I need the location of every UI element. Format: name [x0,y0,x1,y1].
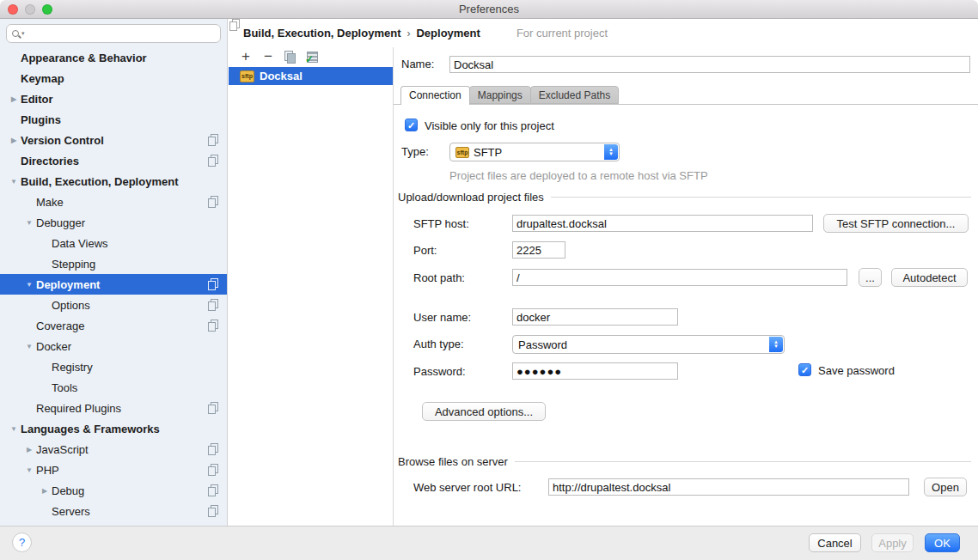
sidebar-item-label: Servers [52,505,90,518]
sidebar-item-label: Required Plugins [36,402,121,415]
sidebar-item-label: Stepping [52,258,95,271]
tab-mappings[interactable]: Mappings [469,86,531,104]
sidebar-item-build-execution-deployment[interactable]: ▼Build, Execution, Deployment [0,171,227,192]
chevron-down-icon[interactable]: ▼ [22,281,36,289]
browse-section-header: Browse files on server [398,455,971,468]
sidebar-item-make[interactable]: Make [0,192,227,212]
server-list-panel: + − sftp Docksal [229,47,393,526]
sidebar-item-label: Plugins [21,113,61,126]
autodetect-button[interactable]: Autodetect [891,268,968,287]
sidebar-item-label: Debug [52,484,84,497]
type-hint: Project files are deployed to a remote h… [449,169,708,182]
chevron-right-icon[interactable]: ▶ [38,487,52,495]
chevron-right-icon[interactable]: ▶ [7,137,21,144]
chevron-down-icon[interactable]: ▼ [7,178,21,186]
use-as-default-server-icon[interactable] [307,52,318,63]
sidebar-item-directories[interactable]: Directories [0,150,227,171]
cancel-button[interactable]: Cancel [809,533,861,552]
web-root-label: Web server root URL: [413,479,521,496]
sidebar-item-languages-frameworks[interactable]: ▼Languages & Frameworks [0,418,227,439]
browse-section-label: Browse files on server [398,455,508,468]
breadcrumb-current: Deployment [416,27,480,40]
chevron-down-icon[interactable]: ▼ [22,219,36,227]
chevron-right-icon[interactable]: ▶ [22,446,36,453]
copy-server-icon[interactable] [284,51,296,64]
upload-section-header: Upload/download project files [398,191,971,204]
chevron-right-icon[interactable]: ▶ [7,95,21,103]
sidebar-item-deployment[interactable]: ▼Deployment [0,274,227,295]
sidebar-item-label: Coverage [36,320,84,332]
password-input[interactable] [512,362,678,380]
close-button[interactable] [8,4,18,15]
name-input[interactable] [449,56,970,73]
web-root-input[interactable] [548,478,909,496]
server-list-item-docksal[interactable]: sftp Docksal [229,67,393,85]
sidebar-item-version-control[interactable]: ▶Version Control [0,130,227,150]
chevron-down-icon[interactable]: ▼ [22,343,36,350]
footer-bar: ? Cancel Apply OK [0,526,978,560]
apply-button[interactable]: Apply [871,533,914,552]
sidebar-item-docker[interactable]: ▼Docker [0,336,227,356]
root-path-input[interactable] [512,269,847,286]
sidebar-item-options[interactable]: Options [0,295,227,315]
sidebar-item-label: Options [52,299,90,312]
sidebar-item-tools[interactable]: Tools [0,377,227,398]
sidebar-item-editor[interactable]: ▶Editor [0,88,227,109]
sidebar-item-label: Build, Execution, Deployment [21,175,178,188]
ok-button[interactable]: OK [925,533,960,552]
select-stepper-icon: ▲▼ [769,337,783,352]
zoom-button[interactable] [42,4,52,15]
save-password-checkbox[interactable]: ✓ [798,363,811,376]
tab-connection[interactable]: Connection [400,86,470,105]
sidebar-item-label: Directories [21,155,79,167]
test-sftp-connection-button[interactable]: Test SFTP connection... [823,214,969,233]
sidebar-item-label: Docker [36,340,71,353]
breadcrumb-separator-icon: › [406,27,410,40]
search-field[interactable]: ▾ [6,24,221,43]
sidebar-item-debugger[interactable]: ▼Debugger [0,212,227,233]
tab-excluded-paths[interactable]: Excluded Paths [530,86,619,104]
sidebar-item-label: Data Views [52,237,108,250]
help-button[interactable]: ? [12,533,32,552]
port-input[interactable] [512,241,565,259]
project-level-icon [207,320,218,331]
content-area: Build, Execution, Deployment › Deploymen… [229,19,978,526]
auth-type-select[interactable]: Password ▲▼ [512,335,785,354]
search-input[interactable] [25,26,220,41]
project-level-icon [207,505,218,516]
sidebar-item-stepping[interactable]: Stepping [0,253,227,274]
save-password-label: Save password [818,364,895,377]
project-level-icon [207,134,218,145]
advanced-options-button[interactable]: Advanced options... [422,402,546,421]
sidebar-item-data-views[interactable]: Data Views [0,233,227,253]
minimize-button[interactable] [25,4,35,15]
type-select[interactable]: sftp SFTP ▲▼ [449,143,620,161]
section-rule [515,461,971,462]
browse-root-path-button[interactable]: ... [859,268,882,287]
open-button[interactable]: Open [924,478,967,496]
auth-type-label: Auth type: [413,336,464,353]
sidebar-item-required-plugins[interactable]: Required Plugins [0,398,227,418]
sidebar-item-label: Tools [52,381,77,394]
chevron-down-icon[interactable]: ▼ [7,425,21,433]
sidebar-item-plugins[interactable]: Plugins [0,109,227,130]
sidebar-item-coverage[interactable]: Coverage [0,315,227,336]
user-name-input[interactable] [512,308,678,326]
sidebar-item-label: JavaScript [36,443,89,456]
chevron-down-icon[interactable]: ▼ [22,466,36,474]
visible-only-checkbox[interactable]: ✓ [405,119,418,131]
remove-server-icon[interactable]: − [262,48,274,65]
project-level-icon [501,27,512,39]
sidebar-item-registry[interactable]: Registry [0,356,227,377]
project-level-icon [207,278,218,289]
sidebar-item-debug[interactable]: ▶Debug [0,480,227,501]
sftp-host-input[interactable] [512,215,813,232]
sidebar-item-appearance-behavior[interactable]: Appearance & Behavior [0,47,227,68]
breadcrumb-parent: Build, Execution, Deployment [243,27,400,40]
main-area: ▾ Appearance & BehaviorKeymap▶EditorPlug… [0,19,978,526]
sidebar-item-php[interactable]: ▼PHP [0,460,227,480]
sidebar-item-keymap[interactable]: Keymap [0,68,227,88]
sidebar-item-javascript[interactable]: ▶JavaScript [0,439,227,460]
sidebar-item-servers[interactable]: Servers [0,501,227,521]
add-server-icon[interactable]: + [240,48,252,65]
